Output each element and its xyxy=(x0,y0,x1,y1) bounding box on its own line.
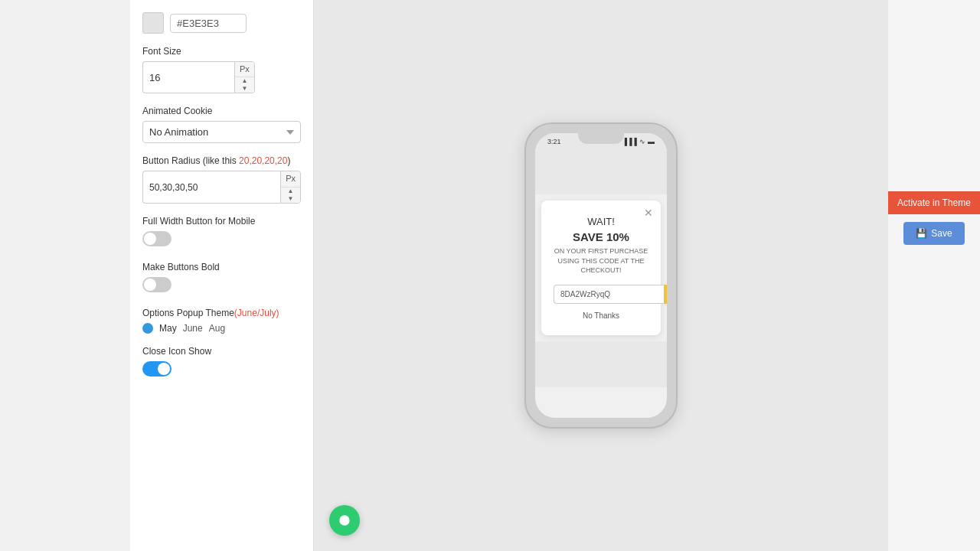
theme-option-june[interactable]: June xyxy=(183,323,203,334)
close-icon-label: Close Icon Show xyxy=(142,346,301,357)
full-width-label: Full Width Button for Mobile xyxy=(142,216,301,227)
animated-cookie-select[interactable]: No Animation xyxy=(142,121,301,143)
signal-icon: ▐▐▐ xyxy=(622,138,637,145)
chat-bubble[interactable] xyxy=(329,505,360,536)
popup-theme-group: Options Popup Theme(June/July) May June … xyxy=(142,308,301,334)
activate-in-theme-button[interactable]: Activate in Theme xyxy=(885,191,980,214)
color-input[interactable]: #E3E3E3 xyxy=(170,14,247,33)
make-bold-slider xyxy=(142,277,172,292)
popup-coupon-row: 8DA2WzRyqQ Copy xyxy=(554,285,648,304)
radius-down[interactable]: ▼ xyxy=(281,195,300,203)
animated-cookie-group: Animated Cookie No Animation xyxy=(142,106,301,143)
font-size-unit: Px xyxy=(235,62,254,77)
preview-area: 3:21 ▐▐▐ ∿ ▬ ✕ WAIT! SAVE 10% ON YOUR FI… xyxy=(314,0,888,551)
battery-icon: ▬ xyxy=(648,138,655,145)
status-icons: ▐▐▐ ∿ ▬ xyxy=(622,138,655,145)
left-sidebar xyxy=(0,0,130,551)
popup-overlay: ✕ WAIT! SAVE 10% ON YOUR FIRST PURCHASE … xyxy=(541,201,661,335)
svg-point-0 xyxy=(339,515,349,525)
font-size-input-row: 16 Px ▲ ▼ xyxy=(142,61,301,93)
phone-time: 3:21 xyxy=(547,138,561,145)
theme-option-may[interactable]: May xyxy=(159,323,177,334)
save-icon: 💾 xyxy=(916,228,927,239)
phone-body-top xyxy=(535,148,667,194)
popup-save-text: SAVE 10% xyxy=(554,230,648,243)
theme-dot-active xyxy=(142,323,153,334)
theme-options-row: May June Aug xyxy=(142,323,301,334)
popup-desc-text: ON YOUR FIRST PURCHASE USING THIS CODE A… xyxy=(554,246,648,276)
save-label: Save xyxy=(931,228,952,239)
theme-option-aug[interactable]: Aug xyxy=(209,323,225,334)
full-width-toggle-row: Full Width Button for Mobile xyxy=(142,216,301,249)
font-size-down[interactable]: ▼ xyxy=(235,85,254,93)
make-bold-toggle[interactable] xyxy=(142,277,172,292)
settings-panel: #E3E3E3 Font Size 16 Px ▲ ▼ Animated Coo… xyxy=(130,0,314,551)
make-bold-toggle-row: Make Buttons Bold xyxy=(142,262,301,295)
popup-theme-sub: (June/July) xyxy=(234,308,279,318)
button-radius-example: 20,20,20,20 xyxy=(239,155,287,166)
close-icon-slider xyxy=(142,361,172,377)
full-width-slider xyxy=(142,231,172,246)
font-size-up[interactable]: ▲ xyxy=(235,77,254,85)
font-size-unit-box: Px ▲ ▼ xyxy=(234,61,255,93)
button-radius-group: Button Radius (like this 20,20,20,20) 50… xyxy=(142,155,301,203)
phone-inner: 3:21 ▐▐▐ ∿ ▬ ✕ WAIT! SAVE 10% ON YOUR FI… xyxy=(535,133,667,418)
button-radius-unit: Px xyxy=(281,171,300,187)
button-radius-input-row: 50,30,30,50 Px ▲ ▼ xyxy=(142,171,301,203)
button-radius-label: Button Radius (like this 20,20,20,20) xyxy=(142,155,301,166)
wifi-icon: ∿ xyxy=(639,138,645,145)
font-size-input[interactable]: 16 xyxy=(142,61,234,93)
animated-cookie-label: Animated Cookie xyxy=(142,106,301,116)
popup-close-icon[interactable]: ✕ xyxy=(642,207,655,219)
button-radius-input[interactable]: 50,30,30,50 xyxy=(142,171,280,203)
phone-body-bottom xyxy=(535,341,667,387)
button-radius-unit-box: Px ▲ ▼ xyxy=(280,171,301,203)
popup-theme-label: Options Popup Theme(June/July) xyxy=(142,308,301,318)
full-width-toggle[interactable] xyxy=(142,231,172,246)
color-field-row: #E3E3E3 xyxy=(142,12,301,34)
popup-copy-button[interactable]: Copy xyxy=(664,285,667,304)
radius-up[interactable]: ▲ xyxy=(281,187,300,195)
save-button[interactable]: 💾 Save xyxy=(903,222,964,245)
chat-icon xyxy=(337,513,352,528)
phone-notch xyxy=(578,133,624,144)
close-icon-toggle[interactable] xyxy=(142,361,172,377)
right-sidebar: Activate in Theme 💾 Save xyxy=(888,0,980,551)
make-bold-label: Make Buttons Bold xyxy=(142,262,301,272)
phone-mockup: 3:21 ▐▐▐ ∿ ▬ ✕ WAIT! SAVE 10% ON YOUR FI… xyxy=(524,122,678,429)
popup-no-thanks[interactable]: No Thanks xyxy=(554,311,648,320)
popup-wait-text: WAIT! xyxy=(554,216,648,227)
font-size-group: Font Size 16 Px ▲ ▼ xyxy=(142,46,301,93)
close-icon-toggle-row: Close Icon Show xyxy=(142,346,301,380)
popup-coupon-input[interactable]: 8DA2WzRyqQ xyxy=(554,285,664,304)
color-swatch[interactable] xyxy=(142,12,164,34)
font-size-label: Font Size xyxy=(142,46,301,57)
